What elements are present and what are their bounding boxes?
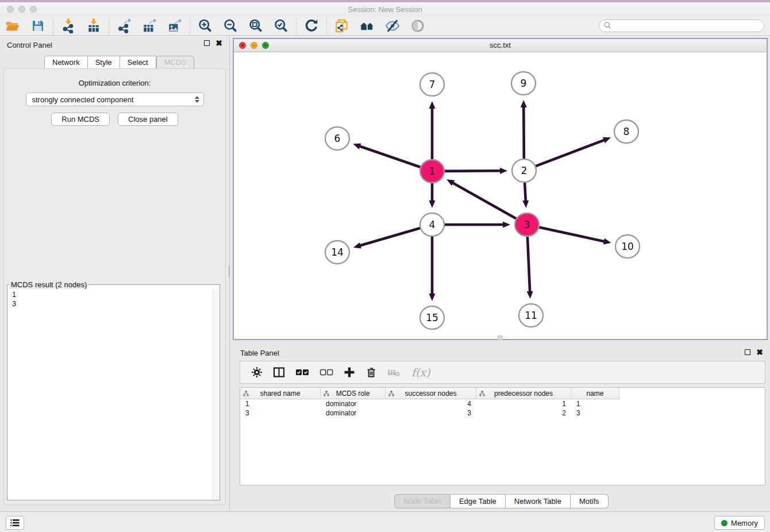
graph-edge-1-6[interactable] xyxy=(353,144,422,168)
graph-node-2[interactable]: 2 xyxy=(512,159,536,182)
graph-node-4[interactable]: 4 xyxy=(420,213,444,236)
zoom-out-icon[interactable] xyxy=(222,17,239,34)
result-scrollbar[interactable] xyxy=(213,289,219,499)
close-panel-icon[interactable]: ✖ xyxy=(756,349,763,355)
graph-edge-2-3[interactable] xyxy=(522,182,529,208)
run-mcds-button[interactable]: Run MCDS xyxy=(51,113,110,126)
graph-edge-3-1[interactable] xyxy=(446,179,517,219)
tab-edge-table[interactable]: Edge Table xyxy=(451,494,506,508)
import-table-icon[interactable] xyxy=(85,17,102,34)
close-panel-button[interactable]: Close panel xyxy=(118,113,178,126)
node-table[interactable]: shared name MCDS role successor nodes pr… xyxy=(240,387,765,485)
export-image-icon[interactable] xyxy=(166,17,183,34)
select-all-icon[interactable] xyxy=(295,367,309,378)
zoom-fit-icon[interactable] xyxy=(247,17,264,34)
show-all-icon[interactable] xyxy=(409,17,426,34)
graph-edge-1-4[interactable] xyxy=(429,182,436,208)
first-neighbors-icon[interactable] xyxy=(359,17,376,34)
graph-node-3[interactable]: 3 xyxy=(515,213,539,236)
tab-network-table[interactable]: Network Table xyxy=(506,494,571,508)
column-header-mcds-role[interactable]: MCDS role xyxy=(321,388,386,399)
save-session-icon[interactable] xyxy=(29,17,47,34)
cell-shared-name[interactable]: 1 xyxy=(240,399,321,408)
graph-node-1[interactable]: 1 xyxy=(420,160,444,183)
mcds-result-text[interactable]: 1 3 xyxy=(8,289,213,499)
float-panel-icon[interactable] xyxy=(204,40,210,46)
graph-node-6[interactable]: 6 xyxy=(325,127,349,150)
graph-node-14[interactable]: 14 xyxy=(325,241,349,264)
table-panel: Table Panel ✖ xyxy=(233,345,770,511)
table-row[interactable]: 3 dominator 3 2 3 xyxy=(240,408,765,418)
cell-predecessor-nodes[interactable]: 1 xyxy=(476,399,571,408)
tab-select[interactable]: Select xyxy=(120,56,156,69)
add-icon[interactable] xyxy=(344,367,355,378)
frame-resize-grip[interactable] xyxy=(498,336,503,340)
tab-mcds[interactable]: MCDS xyxy=(156,56,194,69)
open-session-icon[interactable] xyxy=(4,17,21,34)
column-header-successor-nodes[interactable]: successor nodes xyxy=(386,388,476,399)
graph-edge-2-8[interactable] xyxy=(534,137,611,167)
table-row[interactable]: 1 dominator 4 1 1 xyxy=(240,399,765,408)
delete-table-icon[interactable] xyxy=(387,367,401,378)
cell-mcds-role[interactable]: dominator xyxy=(321,399,386,408)
zoom-selected-icon[interactable] xyxy=(272,17,290,34)
network-window-titlebar[interactable]: × – + scc.txt xyxy=(234,39,767,52)
network-graph[interactable]: 7968124314101511 xyxy=(234,52,767,339)
cell-shared-name[interactable]: 3 xyxy=(240,408,321,418)
graph-edge-1-7[interactable] xyxy=(429,101,436,160)
deselect-all-icon[interactable] xyxy=(319,367,333,378)
search-input[interactable] xyxy=(612,21,764,30)
memory-button[interactable]: Memory xyxy=(714,516,765,530)
graph-edge-3-10[interactable] xyxy=(538,227,611,244)
hide-selected-icon[interactable] xyxy=(384,17,401,34)
cell-successor-nodes[interactable]: 3 xyxy=(386,408,476,418)
graph-node-7[interactable]: 7 xyxy=(420,73,444,96)
new-network-from-selection-icon[interactable] xyxy=(333,17,351,34)
graph-edge-4-3[interactable] xyxy=(443,222,510,228)
graph-edge-3-11[interactable] xyxy=(527,236,533,299)
export-table-icon[interactable] xyxy=(141,17,158,34)
task-history-button[interactable] xyxy=(6,516,24,530)
memory-status-icon xyxy=(721,520,727,526)
titlebar: Session: New Session xyxy=(0,2,770,16)
main-toolbar xyxy=(0,16,770,36)
graph-node-label: 10 xyxy=(621,241,634,252)
zoom-in-icon[interactable] xyxy=(197,17,214,34)
graph-node-8[interactable]: 8 xyxy=(614,120,638,143)
graph-node-15[interactable]: 15 xyxy=(420,306,444,329)
cell-name[interactable]: 1 xyxy=(571,399,619,408)
graph-node-10[interactable]: 10 xyxy=(615,235,640,258)
delete-icon[interactable] xyxy=(365,367,377,378)
search-field[interactable] xyxy=(599,20,764,32)
close-panel-icon[interactable]: ✖ xyxy=(215,40,222,46)
cell-successor-nodes[interactable]: 4 xyxy=(386,399,476,408)
graph-node-11[interactable]: 11 xyxy=(519,304,543,327)
tab-node-table[interactable]: Node Table xyxy=(394,494,451,508)
column-header-predecessor-nodes[interactable]: predecessor nodes xyxy=(476,388,571,399)
graph-edge-4-14[interactable] xyxy=(353,228,422,248)
criterion-dropdown[interactable]: strongly connected component xyxy=(26,92,204,106)
graph-edge-2-9[interactable] xyxy=(521,100,527,160)
column-header-shared-name[interactable]: shared name xyxy=(240,388,321,399)
column-header-name[interactable]: name xyxy=(571,388,619,399)
refresh-icon[interactable] xyxy=(303,17,320,34)
toolbar-separator xyxy=(109,18,109,33)
network-canvas[interactable]: 7968124314101511 xyxy=(234,52,767,339)
gear-icon[interactable] xyxy=(251,367,263,378)
graph-node-label: 11 xyxy=(525,310,537,321)
cell-predecessor-nodes[interactable]: 2 xyxy=(476,408,571,418)
graph-edge-1-2[interactable] xyxy=(443,168,507,174)
network-window-title: scc.txt xyxy=(234,41,767,49)
cell-mcds-role[interactable]: dominator xyxy=(321,408,386,418)
import-network-icon[interactable] xyxy=(60,17,77,34)
graph-edge-4-15[interactable] xyxy=(429,236,436,301)
tab-network[interactable]: Network xyxy=(44,56,88,69)
columns-icon[interactable] xyxy=(273,367,285,378)
float-panel-icon[interactable] xyxy=(745,349,750,355)
export-network-icon[interactable] xyxy=(116,17,133,34)
function-builder-icon[interactable]: f(x) xyxy=(411,366,430,379)
tab-motifs[interactable]: Motifs xyxy=(571,494,609,508)
tab-style[interactable]: Style xyxy=(88,56,120,69)
cell-name[interactable]: 3 xyxy=(571,408,619,418)
graph-node-9[interactable]: 9 xyxy=(511,72,536,95)
